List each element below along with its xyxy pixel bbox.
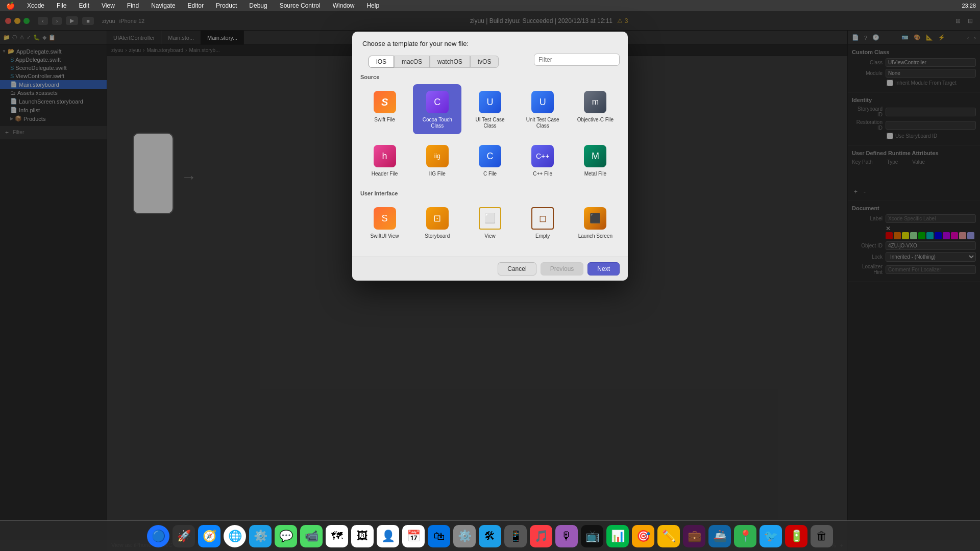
launch-screen-label: Launch Screen: [578, 233, 612, 239]
cpp-icon-img: C++: [531, 145, 554, 167]
template-unit-test[interactable]: U Unit Test Case Class: [519, 84, 567, 134]
unit-test-icon-img: U: [531, 91, 554, 113]
dock-facetime[interactable]: 📹: [300, 525, 323, 547]
tab-watchos[interactable]: watchOS: [430, 56, 470, 68]
swift-file-icon: S: [372, 89, 398, 115]
dock-simulator[interactable]: 📱: [504, 525, 527, 547]
c-icon-img: C: [479, 145, 501, 167]
template-cpp[interactable]: C++ C++ File: [519, 138, 567, 182]
template-metal[interactable]: M Metal File: [571, 138, 620, 182]
ui-test-icon: U: [477, 89, 503, 115]
menu-navigate[interactable]: Navigate: [149, 2, 177, 9]
template-storyboard[interactable]: ⊡ Storyboard: [413, 201, 461, 244]
dock-maps[interactable]: 🗺: [326, 525, 348, 547]
menu-window[interactable]: Window: [331, 2, 357, 9]
unit-test-label: Unit Test Case Class: [522, 117, 564, 129]
dock-tv[interactable]: 📺: [581, 525, 603, 547]
menu-bar: 🍎 Xcode File Edit View Find Navigate Edi…: [0, 0, 980, 11]
menu-file[interactable]: File: [55, 2, 68, 9]
template-view[interactable]: ⬜ View: [465, 201, 514, 244]
cocoa-touch-icon: C: [425, 89, 450, 115]
source-template-grid: S Swift File C Cocoa Touch Class U UI Te…: [360, 84, 620, 182]
dock-system-prefs[interactable]: ⚙️: [453, 525, 476, 547]
tab-ios[interactable]: iOS: [369, 56, 394, 68]
dock-trash[interactable]: 🗑: [811, 525, 833, 547]
dock-calendar[interactable]: 📅: [402, 525, 425, 547]
empty-label: Empty: [535, 233, 550, 239]
menu-source-control[interactable]: Source Control: [278, 2, 323, 9]
template-c[interactable]: C C File: [465, 138, 514, 182]
cocoa-touch-label: Cocoa Touch Class: [416, 117, 458, 129]
view-label: View: [484, 233, 496, 239]
template-objc[interactable]: m Objective-C File: [571, 84, 620, 134]
tab-tvos[interactable]: tvOS: [470, 56, 499, 68]
launch-icon-img: ⬛: [584, 207, 606, 230]
dock-sketch[interactable]: ✏️: [657, 525, 680, 547]
dialog-search-input[interactable]: [534, 54, 620, 66]
header-label: Header File: [372, 171, 398, 177]
dock-photos[interactable]: 🖼: [351, 525, 374, 547]
header-icon: h: [372, 143, 398, 169]
dock-contacts[interactable]: 👤: [377, 525, 399, 547]
dialog-footer: Cancel Previous Next: [352, 257, 628, 281]
dock-battery[interactable]: 🔋: [785, 525, 807, 547]
swift-file-label: Swift File: [374, 117, 395, 123]
dock-launchpad[interactable]: 🚀: [173, 525, 195, 547]
objc-label: Objective-C File: [577, 117, 614, 123]
dock-twitter[interactable]: 🐦: [760, 525, 782, 547]
menu-edit[interactable]: Edit: [77, 2, 91, 9]
cancel-button[interactable]: Cancel: [498, 262, 536, 276]
iig-icon-img: iig: [426, 145, 449, 167]
empty-icon-img: ◻: [531, 207, 554, 230]
storyboard-icon-img: ⊡: [426, 207, 449, 230]
menu-editor[interactable]: Editor: [186, 2, 206, 9]
metal-icon: M: [582, 143, 608, 169]
ui-test-icon-img: U: [479, 91, 501, 113]
cpp-icon: C++: [530, 143, 555, 169]
template-cocoa-touch[interactable]: C Cocoa Touch Class: [413, 84, 461, 134]
unit-test-icon: U: [530, 89, 555, 115]
dock: 🔵 🚀 🧭 🌐 ⚙️ 💬 📹 🗺 🖼 👤 📅 🛍 ⚙️ 🛠 📱 🎵 🎙 📺 📊 …: [0, 520, 980, 551]
menu-debug[interactable]: Debug: [247, 2, 269, 9]
dock-xcode[interactable]: 🛠: [479, 525, 501, 547]
previous-button: Previous: [541, 262, 584, 276]
template-empty[interactable]: ◻ Empty: [519, 201, 567, 244]
menu-help[interactable]: Help: [364, 2, 381, 9]
dock-music[interactable]: 🎵: [530, 525, 552, 547]
template-ui-test[interactable]: U UI Test Case Class: [465, 84, 514, 134]
template-launch-screen[interactable]: ⬛ Launch Screen: [571, 201, 620, 244]
dialog-tab-and-search: iOS macOS watchOS tvOS: [352, 47, 628, 68]
menu-view[interactable]: View: [100, 2, 117, 9]
view-icon: ⬜: [477, 206, 503, 231]
menu-bar-time: 23:28: [962, 3, 976, 9]
ui-test-label: UI Test Case Class: [469, 117, 511, 129]
dialog-title: Choose a template for your new file:: [352, 32, 628, 47]
dock-numbers[interactable]: 📊: [606, 525, 629, 547]
template-iig[interactable]: iig IIG File: [413, 138, 461, 182]
apple-menu[interactable]: 🍎: [4, 2, 17, 10]
dock-finder[interactable]: 🔵: [147, 525, 169, 547]
dock-podcasts[interactable]: 🎙: [555, 525, 578, 547]
cocoa-icon-img: C: [426, 91, 449, 113]
template-swift-file[interactable]: S Swift File: [360, 84, 409, 134]
template-swiftui[interactable]: S SwiftUI View: [360, 201, 409, 244]
modal-overlay: Choose a template for your new file: iOS…: [0, 11, 980, 540]
menu-xcode[interactable]: Xcode: [25, 2, 46, 9]
dock-keynote[interactable]: 🎯: [632, 525, 654, 547]
dock-chrome[interactable]: 🌐: [224, 525, 246, 547]
dock-safari[interactable]: 🧭: [198, 525, 220, 547]
objc-icon: m: [582, 89, 608, 115]
menu-product[interactable]: Product: [214, 2, 239, 9]
tab-macos[interactable]: macOS: [394, 56, 430, 68]
dock-transporter[interactable]: 🚢: [708, 525, 731, 547]
next-button[interactable]: Next: [587, 262, 620, 276]
menu-find[interactable]: Find: [125, 2, 141, 9]
dock-appstore[interactable]: 🛍: [428, 525, 450, 547]
new-file-dialog: Choose a template for your new file: iOS…: [352, 32, 628, 281]
dock-messages[interactable]: 💬: [275, 525, 297, 547]
dock-slack[interactable]: 💼: [683, 525, 705, 547]
dock-maps2[interactable]: 📍: [734, 525, 756, 547]
template-header[interactable]: h Header File: [360, 138, 409, 182]
dock-xcode2[interactable]: ⚙️: [249, 525, 272, 547]
ui-section-title: User Interface: [360, 190, 620, 196]
